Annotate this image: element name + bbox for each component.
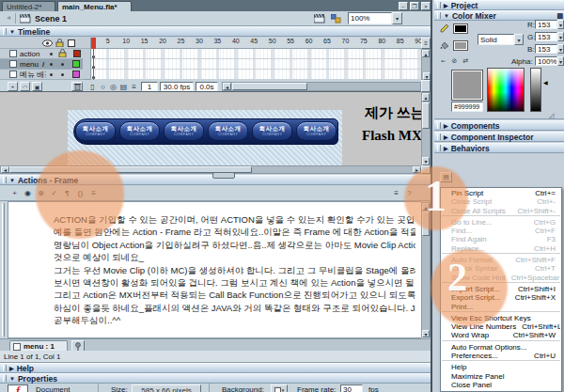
auto-format-icon[interactable]: ¶ [62, 188, 72, 198]
menu-item[interactable]: Go to Line... Ctrl+G [442, 218, 560, 227]
menu-item[interactable]: Close Script Ctrl+- [442, 197, 560, 206]
layer-visible-dot[interactable] [50, 63, 53, 66]
b-input[interactable]: 153 [535, 44, 557, 54]
outline-layers-icon[interactable] [68, 39, 75, 47]
onion-skin-icon[interactable]: ○ [98, 82, 108, 92]
menu-item[interactable]: Export Script... Ctrl+Shift+X [442, 293, 560, 302]
layer-row-menu[interactable]: menu / [0, 59, 83, 70]
frames-grid[interactable] [90, 49, 421, 80]
brightness-slider[interactable] [530, 68, 541, 112]
panel-gripper[interactable] [3, 177, 7, 183]
onion-skin-outlines-icon[interactable]: ◎ [108, 82, 118, 92]
help-panel-header[interactable]: ▶ Help [0, 363, 431, 373]
layer-lock-icon[interactable] [58, 49, 67, 59]
color-spectrum-picker[interactable] [487, 68, 525, 112]
menu-button[interactable]: 회사소개 COMPANY [252, 121, 292, 141]
edit-symbols-icon[interactable] [331, 14, 341, 25]
center-frame-icon[interactable]: ▯ [87, 82, 98, 92]
menu-item[interactable]: Find Again F3 [442, 235, 560, 243]
stroke-color-chip[interactable] [453, 24, 468, 34]
components-panel-header[interactable]: ▶ Components [434, 120, 564, 131]
menu-item[interactable]: Close All Scripts Ctrl+Shift+- [442, 207, 560, 216]
stage[interactable]: 회사소개 COMPANY 회사소개 COMPANY 회사소개 COMPANY 회… [0, 92, 431, 174]
menu-button[interactable]: 회사소개 COMPANY [75, 121, 116, 141]
component-inspector-header[interactable]: ▶ Component Inspector [434, 132, 564, 142]
reference-icon[interactable]: ? [404, 188, 415, 198]
menu-item[interactable]: Help [442, 363, 560, 371]
panel-gripper[interactable] [437, 122, 441, 129]
delete-layer-icon[interactable] [71, 82, 83, 91]
menu-item[interactable]: View Line Numbers Ctrl+Shift+L [442, 322, 560, 331]
menu-item[interactable]: Replace... Ctrl+H [442, 244, 560, 254]
panel-gripper[interactable] [3, 375, 7, 382]
layer-outline-color[interactable] [72, 60, 80, 68]
menu-item[interactable]: Find... Ctrl+F [442, 227, 560, 235]
panel-resize-icon[interactable]: ◿ [549, 112, 554, 119]
lock-layers-icon[interactable] [55, 39, 64, 49]
script-vscrollbar[interactable]: ▴ ▾ [421, 202, 431, 337]
panel-gripper[interactable] [3, 365, 7, 371]
menu-item[interactable]: Auto Format Ctrl+Shift+F [442, 256, 560, 264]
fill-type-dropdown-icon[interactable]: ▾ [514, 34, 524, 45]
frame-view-options-icon[interactable]: ≡ [421, 38, 431, 49]
timeline-header[interactable]: ▼ Timeline [0, 26, 431, 37]
find-icon[interactable]: ◉ [23, 188, 33, 198]
back-arrow-icon[interactable]: ◂ [4, 13, 13, 24]
actions-panel-menu-icon[interactable]: ▤ [440, 172, 452, 182]
frame-rate-field[interactable]: 30.0 fps [160, 82, 194, 91]
layer-unlocked-dot[interactable] [61, 63, 64, 66]
layer-row-action[interactable]: action [0, 49, 83, 59]
menu-item[interactable]: Preferences... Ctrl+U [442, 352, 560, 361]
layer-outline-color[interactable] [73, 50, 81, 57]
tab-untitled-2[interactable]: Untitled-2* [2, 1, 55, 11]
insert-layer-icon[interactable]: + [8, 82, 18, 91]
close-button[interactable]: × [421, 2, 431, 10]
insert-layer-folder-icon[interactable]: ▣ [32, 82, 42, 91]
menu-item[interactable]: Close Panel [442, 381, 560, 389]
scene-label[interactable]: Scene 1 [35, 14, 67, 24]
menu-item[interactable]: View Esc Shortcut Keys [442, 314, 560, 322]
fill-color-chip[interactable] [453, 40, 468, 51]
panel-gripper[interactable] [437, 2, 441, 8]
menu-button[interactable]: 회사소개 COMPANY [119, 121, 160, 141]
menu-item[interactable]: Check Syntax Ctrl+T [442, 264, 560, 273]
background-color-swatch[interactable]: ▾ [271, 384, 288, 392]
stage-hscrollbar[interactable]: ◂ ▸ [0, 165, 421, 174]
timeline-hscrollbar[interactable]: ◂ [222, 82, 421, 91]
zoom-dropdown-icon[interactable]: ▾ [392, 12, 402, 24]
menu-item[interactable]: Import Script... Ctrl+Shift+I [442, 285, 560, 293]
menu-item[interactable]: Word Wrap Ctrl+Shift+W [442, 331, 560, 340]
slider-arrow-icon[interactable]: ◀ [543, 79, 548, 86]
timeline-ruler[interactable]: 51015202530354045505560657075808590 [90, 38, 421, 49]
menu-item[interactable]: Maximize Panel [442, 372, 560, 381]
menu-item[interactable]: Pin Script Ctrl+= [442, 189, 560, 197]
fill-color-icon[interactable] [440, 40, 449, 52]
layer-unlocked-dot[interactable] [61, 73, 64, 76]
panel-menu-icon[interactable]: ▤ [556, 12, 563, 20]
panel-resize-grabber[interactable] [212, 172, 235, 179]
framerate-input[interactable]: 30 [340, 384, 363, 392]
add-motion-guide-icon[interactable]: ◠ [20, 82, 30, 91]
panel-gripper[interactable] [3, 28, 7, 35]
zoom-level-field[interactable]: 100% [348, 12, 392, 24]
panel-gripper[interactable] [437, 133, 441, 140]
layer-row-menu-bg[interactable]: 메뉴 배경 [0, 70, 83, 80]
layer-outline-color[interactable] [72, 71, 80, 78]
modify-onion-markers-icon[interactable]: ≡ [129, 82, 139, 92]
alpha-input[interactable]: 100% [535, 56, 557, 66]
layer-visible-dot[interactable] [50, 73, 53, 76]
project-panel-header[interactable]: ▶ Project [434, 0, 564, 10]
show-code-hint-icon[interactable]: () [75, 188, 86, 198]
panel-gripper[interactable] [437, 145, 441, 151]
layer-visible-dot[interactable] [50, 53, 53, 55]
debug-options-icon[interactable]: ≡ [88, 188, 99, 198]
no-color-icon[interactable]: ⊘ [449, 55, 460, 66]
playhead-marker[interactable] [91, 38, 96, 49]
stage-vscrollbar[interactable]: ▴ ▾ [421, 92, 431, 165]
timeline-vscrollbar[interactable]: ▴ ▾ [421, 49, 431, 80]
g-input[interactable]: 153 [535, 32, 557, 41]
r-input[interactable]: 153 [535, 20, 557, 29]
edit-multiple-frames-icon[interactable]: ▤ [118, 82, 129, 92]
behaviors-panel-header[interactable]: ▶ Behaviors [434, 143, 564, 153]
add-script-icon[interactable]: + [9, 188, 20, 198]
